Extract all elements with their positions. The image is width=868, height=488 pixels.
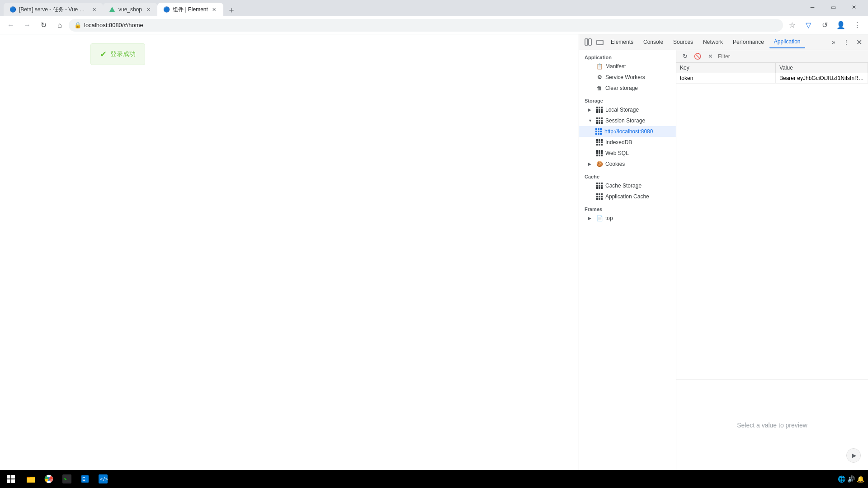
sidebar-manifest[interactable]: 📋 Manifest xyxy=(579,61,676,72)
tab-application[interactable]: Application xyxy=(769,36,805,48)
service-workers-icon: ⚙ xyxy=(596,74,603,80)
refresh-icon-button[interactable]: ↺ xyxy=(817,18,832,33)
local-storage-icon xyxy=(596,107,603,113)
col-header-value: Value xyxy=(776,63,868,73)
devtools-menu-button[interactable]: ⋮ xyxy=(841,37,852,47)
devtools-undock-button[interactable] xyxy=(594,37,605,47)
tab-title-3: 组件 | Element xyxy=(173,6,208,14)
cast-button[interactable]: ▽ xyxy=(801,18,816,33)
clear-filter-button[interactable]: ✕ xyxy=(705,52,715,61)
preview-play-button[interactable]: ▶ xyxy=(846,448,861,463)
tab-favicon-1: 🔵 xyxy=(9,6,16,13)
manifest-label: Manifest xyxy=(605,63,626,70)
play-icon: ▶ xyxy=(852,452,856,459)
forward-button[interactable]: → xyxy=(20,18,34,33)
tab-vue-shop[interactable]: vue_shop ✕ xyxy=(103,3,157,16)
expand-arrow-cs xyxy=(588,183,594,188)
indexeddb-label: IndexedDB xyxy=(605,139,632,145)
expand-arrow-top: ▶ xyxy=(588,216,594,221)
clear-storage-label: Clear storage xyxy=(605,85,638,91)
sidebar-cache-storage[interactable]: Cache Storage xyxy=(579,180,676,191)
expand-arrow-ss: ▼ xyxy=(588,118,594,123)
cell-key-token: token xyxy=(676,73,776,83)
lock-icon: 🔒 xyxy=(74,22,81,28)
preview-area: Select a value to preview ▶ xyxy=(676,380,868,470)
local-storage-label: Local Storage xyxy=(605,107,639,113)
preview-text: Select a value to preview xyxy=(737,422,807,429)
sidebar-cookies[interactable]: ▶ 🍪 Cookies xyxy=(579,159,676,169)
bookmark-button[interactable]: ☆ xyxy=(785,18,799,33)
devtools-dock-button[interactable] xyxy=(583,37,594,47)
new-tab-button[interactable]: ＋ xyxy=(225,4,238,16)
tab-elements[interactable]: Elements xyxy=(606,36,638,48)
svg-rect-1 xyxy=(585,39,588,45)
taskbar-icons: >_ E </> xyxy=(24,472,110,486)
table-header: Key Value xyxy=(676,63,868,73)
tab-title-1: [Beta] serve - 任务 - Vue CLI xyxy=(19,6,88,14)
tab-network[interactable]: Network xyxy=(698,36,727,48)
taskbar-terminal[interactable]: >_ xyxy=(60,472,74,486)
delete-storage-button[interactable]: 🚫 xyxy=(693,52,703,61)
sidebar-session-storage[interactable]: ▼ Session Storage xyxy=(579,115,676,126)
back-button[interactable]: ← xyxy=(4,18,18,33)
menu-button[interactable]: ⋮ xyxy=(850,18,864,33)
maximize-button[interactable]: ▭ xyxy=(823,0,844,14)
sidebar-indexeddb[interactable]: IndexedDB xyxy=(579,137,676,148)
svg-rect-2 xyxy=(589,39,591,45)
sidebar-web-sql[interactable]: Web SQL xyxy=(579,148,676,159)
tab-performance[interactable]: Performance xyxy=(728,36,769,48)
sidebar-local-storage[interactable]: ▶ Local Storage xyxy=(579,104,676,115)
application-cache-icon xyxy=(596,193,603,200)
sidebar-clear-storage[interactable]: 🗑 Clear storage xyxy=(579,83,676,94)
web-sql-label: Web SQL xyxy=(605,150,629,156)
table-row[interactable]: token Bearer eyJhbGciOiJIUzI1NiIsInR5cCI… xyxy=(676,73,868,84)
minimize-button[interactable]: ─ xyxy=(802,0,823,14)
taskbar: >_ E </> 🌐 🔊 🔔 xyxy=(0,470,868,488)
expand-arrow-ls: ▶ xyxy=(588,108,594,112)
start-button[interactable] xyxy=(4,472,18,486)
tabs-area: 🔵 [Beta] serve - 任务 - Vue CLI ✕ vue_shop… xyxy=(0,3,802,16)
check-icon: ✔ xyxy=(100,49,107,59)
taskbar-explorer2[interactable]: E xyxy=(78,472,92,486)
account-button[interactable]: 👤 xyxy=(834,18,848,33)
svg-text:</>: </> xyxy=(100,477,108,482)
home-button[interactable]: ⌂ xyxy=(52,18,67,33)
taskbar-file-explorer[interactable] xyxy=(24,472,38,486)
session-storage-child-icon xyxy=(595,128,602,135)
sidebar-top-frame[interactable]: ▶ 📄 top xyxy=(579,213,676,224)
refresh-storage-button[interactable]: ↻ xyxy=(680,52,690,61)
taskbar-vscode[interactable]: </> xyxy=(96,472,110,486)
section-cache-label: Cache xyxy=(579,171,676,180)
more-tabs-button[interactable]: » xyxy=(828,37,839,47)
sidebar-service-workers[interactable]: ⚙ Service Workers xyxy=(579,72,676,83)
close-button[interactable]: ✕ xyxy=(844,0,864,14)
login-success-message: ✔ 登录成功 xyxy=(90,43,145,65)
taskbar-chrome[interactable] xyxy=(42,472,56,486)
sidebar-application-cache[interactable]: Application Cache xyxy=(579,191,676,202)
tab-close-3[interactable]: ✕ xyxy=(211,6,218,13)
reload-button[interactable]: ↻ xyxy=(36,18,51,33)
tab-console[interactable]: Console xyxy=(639,36,668,48)
top-frame-icon: 📄 xyxy=(596,215,603,221)
svg-marker-0 xyxy=(109,7,115,12)
tab-close-2[interactable]: ✕ xyxy=(145,6,152,13)
address-bar[interactable]: 🔒 localhost:8080/#/home xyxy=(69,19,783,32)
filter-input[interactable] xyxy=(718,52,864,61)
tab-element[interactable]: 🔵 组件 | Element ✕ xyxy=(157,3,223,16)
cookies-label: Cookies xyxy=(605,161,625,167)
sidebar-session-storage-child[interactable]: http://localhost:8080 xyxy=(579,126,676,137)
devtools-sidebar: Application 📋 Manifest ⚙ Service Workers xyxy=(579,50,676,470)
tab-close-1[interactable]: ✕ xyxy=(90,6,98,13)
devtools-toolbar: ↻ 🚫 ✕ xyxy=(676,50,868,63)
section-frames-label: Frames xyxy=(579,204,676,213)
tab-sources[interactable]: Sources xyxy=(669,36,698,48)
svg-rect-3 xyxy=(597,40,603,45)
web-sql-icon xyxy=(596,150,603,156)
manifest-icon: 📋 xyxy=(596,63,603,70)
tab-beta-serve[interactable]: 🔵 [Beta] serve - 任务 - Vue CLI ✕ xyxy=(4,3,103,16)
devtools-close-button[interactable]: ✕ xyxy=(854,37,864,47)
tab-title-2: vue_shop xyxy=(118,6,142,13)
section-storage-label: Storage xyxy=(579,95,676,104)
notification-icon: 🔔 xyxy=(857,475,864,483)
devtools-panel: Elements Console Sources Network Perform… xyxy=(579,34,868,470)
